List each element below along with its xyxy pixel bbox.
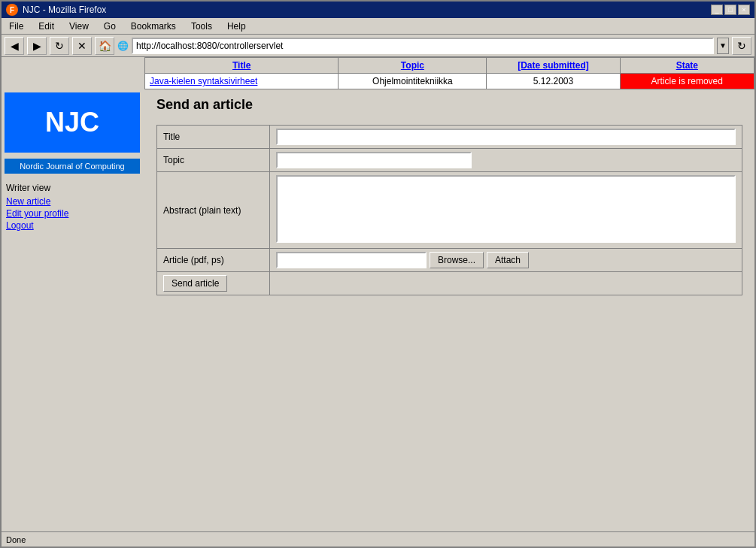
address-label: 🌐 — [117, 41, 129, 51]
browser-icon: F — [6, 4, 18, 16]
menu-edit[interactable]: Edit — [34, 20, 59, 33]
col-date[interactable]: [Date submitted] — [487, 58, 620, 74]
send-result-cell — [270, 272, 742, 295]
table-row: Java-kielen syntaksivirheet Ohjelmointit… — [145, 74, 754, 89]
title-row: Title — [157, 126, 742, 149]
menu-file[interactable]: File — [5, 20, 28, 33]
topic-input-cell — [270, 149, 742, 172]
window-title: NJC - Mozilla Firefox — [23, 5, 106, 15]
new-article-link[interactable]: New article — [6, 196, 140, 207]
edit-profile-link[interactable]: Edit your profile — [6, 208, 140, 219]
sidebar-spacer — [2, 57, 144, 89]
topic-label: Topic — [157, 149, 270, 172]
menu-view[interactable]: View — [65, 20, 93, 33]
address-bar[interactable]: http://localhost:8080/controllerservlet — [132, 38, 714, 54]
article-table: Title Topic [Date submitted] State Java-… — [144, 57, 754, 89]
title-label: Title — [157, 126, 270, 149]
article-topic-cell: Ohjelmointitekniikka — [339, 74, 487, 89]
url-text: http://localhost:8080/controllerservlet — [136, 41, 283, 51]
topic-input[interactable] — [276, 152, 472, 168]
close-button[interactable]: × — [738, 5, 750, 15]
njc-subtitle: Nordic Journal of Computing — [5, 159, 140, 174]
forward-button[interactable]: ▶ — [27, 37, 47, 55]
page-content: Title Topic [Date submitted] State Java-… — [2, 57, 754, 531]
col-topic[interactable]: Topic — [339, 58, 487, 74]
main-area: Send an article Title Topic — [144, 89, 754, 531]
title-bar: F NJC - Mozilla Firefox _ □ × — [2, 2, 754, 18]
status-text: Done — [6, 535, 26, 544]
writer-view-label: Writer view — [6, 183, 140, 193]
browse-button[interactable]: Browse... — [430, 252, 484, 268]
back-button[interactable]: ◀ — [5, 37, 24, 55]
minimize-button[interactable]: _ — [711, 5, 723, 15]
reload-button[interactable]: ↻ — [50, 37, 69, 55]
njc-logo: NJC — [5, 92, 140, 153]
abstract-row: Abstract (plain text) — [157, 172, 742, 249]
toolbar: ◀ ▶ ↻ ✕ 🏠 🌐 http://localhost:8080/contro… — [2, 35, 754, 57]
menu-help[interactable]: Help — [223, 20, 250, 33]
attach-button[interactable]: Attach — [487, 252, 529, 268]
col-state: State — [620, 58, 754, 74]
sidebar-nav: Writer view New article Edit your profil… — [5, 180, 141, 235]
window-controls[interactable]: _ □ × — [711, 5, 750, 15]
send-row: Send article — [157, 272, 742, 295]
logout-link[interactable]: Logout — [6, 220, 140, 231]
home-button[interactable]: 🏠 — [95, 37, 114, 55]
address-dropdown[interactable]: ▼ — [717, 38, 729, 54]
send-button-cell: Send article — [157, 272, 270, 295]
col-title[interactable]: Title — [145, 58, 339, 74]
file-path-input[interactable] — [276, 252, 427, 268]
article-file-cell: Browse... Attach — [270, 249, 742, 272]
status-bar: Done — [2, 531, 754, 546]
file-input-area: Browse... Attach — [276, 252, 736, 268]
send-article-form: Title Topic Abstract (plai — [156, 125, 742, 295]
stop-button[interactable]: ✕ — [72, 37, 92, 55]
article-table-area: Title Topic [Date submitted] State Java-… — [2, 57, 754, 89]
menu-tools[interactable]: Tools — [187, 20, 217, 33]
main-layout: NJC Nordic Journal of Computing Writer v… — [2, 89, 754, 531]
article-state-cell: Article is removed — [620, 74, 754, 89]
send-article-button[interactable]: Send article — [163, 275, 227, 292]
article-title-cell[interactable]: Java-kielen syntaksivirheet — [145, 74, 339, 89]
abstract-input-cell — [270, 172, 742, 249]
article-file-label: Article (pdf, ps) — [157, 249, 270, 272]
abstract-textarea[interactable] — [276, 175, 736, 243]
menu-bookmarks[interactable]: Bookmarks — [126, 20, 181, 33]
menu-bar: File Edit View Go Bookmarks Tools Help — [2, 18, 754, 35]
article-date-cell: 5.12.2003 — [487, 74, 620, 89]
refresh-button[interactable]: ↻ — [732, 37, 751, 55]
maximize-button[interactable]: □ — [724, 5, 736, 15]
article-file-row: Article (pdf, ps) Browse... Attach — [157, 249, 742, 272]
page-title: Send an article — [156, 97, 742, 113]
sidebar: NJC Nordic Journal of Computing Writer v… — [2, 89, 144, 531]
title-input-cell — [270, 126, 742, 149]
menu-go[interactable]: Go — [99, 20, 120, 33]
abstract-label: Abstract (plain text) — [157, 172, 270, 249]
title-input[interactable] — [276, 129, 736, 145]
topic-row: Topic — [157, 149, 742, 172]
